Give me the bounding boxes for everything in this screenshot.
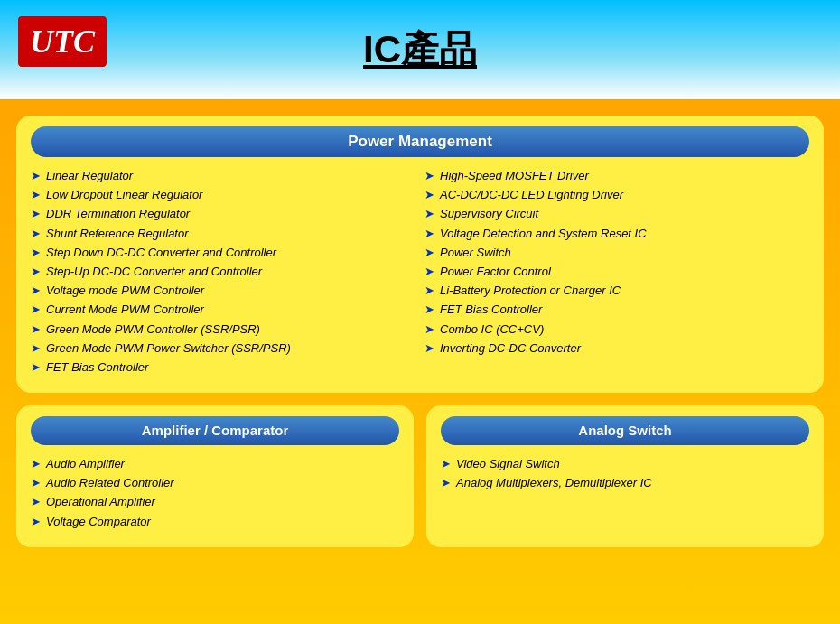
arrow-icon: ➤	[31, 284, 41, 297]
arrow-icon: ➤	[31, 188, 41, 201]
arrow-icon: ➤	[31, 246, 41, 259]
list-item: ➤Audio Amplifier	[31, 456, 399, 472]
arrow-icon: ➤	[31, 227, 41, 240]
item-label: Voltage mode PWM Controller	[46, 283, 204, 299]
list-item: ➤Voltage mode PWM Controller	[31, 283, 415, 299]
power-management-left-col: ➤Linear Regulator➤Low Dropout Linear Reg…	[31, 168, 415, 378]
arrow-icon: ➤	[31, 322, 41, 336]
list-item: ➤Voltage Detection and System Reset IC	[425, 226, 809, 242]
arrow-icon: ➤	[425, 227, 434, 240]
list-item: ➤Analog Multiplexers, Demultiplexer IC	[441, 475, 809, 491]
analog-switch-header: Analog Switch	[441, 416, 809, 445]
item-label: Analog Multiplexers, Demultiplexer IC	[456, 475, 652, 491]
list-item: ➤FET Bias Controller	[31, 359, 415, 376]
item-label: FET Bias Controller	[440, 302, 542, 318]
item-label: Shunt Reference Regulator	[46, 226, 189, 242]
item-label: Linear Regulator	[46, 168, 133, 184]
logo: UTC	[18, 16, 107, 67]
amplifier-comparator-header: Amplifier / Comparator	[31, 416, 399, 445]
item-label: Audio Amplifier	[46, 456, 125, 472]
list-item: ➤Linear Regulator	[31, 168, 415, 184]
main-content: Power Management ➤Linear Regulator➤Low D…	[0, 99, 840, 624]
item-label: Low Dropout Linear Regulator	[46, 187, 202, 203]
arrow-icon: ➤	[31, 476, 41, 489]
power-management-columns: ➤Linear Regulator➤Low Dropout Linear Reg…	[31, 168, 809, 378]
list-item: ➤High-Speed MOSFET Driver	[425, 168, 809, 184]
item-label: DDR Termination Regulator	[46, 206, 190, 222]
list-item: ➤Green Mode PWM Controller (SSR/PSR)	[31, 321, 415, 338]
item-label: Combo IC (CC+CV)	[440, 321, 544, 338]
item-label: Green Mode PWM Power Switcher (SSR/PSR)	[46, 340, 291, 357]
item-label: Step Down DC-DC Converter and Controller	[46, 245, 276, 261]
list-item: ➤DDR Termination Regulator	[31, 206, 415, 222]
arrow-icon: ➤	[31, 495, 41, 508]
item-label: Power Factor Control	[440, 264, 551, 280]
analog-switch-items: ➤Video Signal Switch➤Analog Multiplexers…	[441, 456, 809, 491]
item-label: Audio Related Controller	[46, 475, 174, 491]
item-label: Current Mode PWM Controller	[46, 302, 204, 318]
arrow-icon: ➤	[31, 457, 41, 470]
amplifier-comparator-items: ➤Audio Amplifier➤Audio Related Controlle…	[31, 456, 399, 530]
list-item: ➤Shunt Reference Regulator	[31, 226, 415, 242]
arrow-icon: ➤	[31, 303, 41, 316]
item-label: High-Speed MOSFET Driver	[440, 168, 589, 184]
item-label: Voltage Detection and System Reset IC	[440, 226, 647, 242]
item-label: Step-Up DC-DC Converter and Controller	[46, 264, 262, 280]
header: UTC IC產品	[0, 0, 840, 99]
arrow-icon: ➤	[425, 284, 434, 297]
arrow-icon: ➤	[441, 476, 451, 489]
arrow-icon: ➤	[425, 246, 434, 259]
arrow-icon: ➤	[425, 303, 434, 316]
arrow-icon: ➤	[425, 188, 434, 201]
list-item: ➤Audio Related Controller	[31, 475, 399, 491]
item-label: FET Bias Controller	[46, 359, 148, 376]
item-label: Video Signal Switch	[456, 456, 560, 472]
item-label: Operational Amplifier	[46, 494, 155, 510]
power-management-header: Power Management	[31, 126, 809, 157]
item-label: AC-DC/DC-DC LED Lighting Driver	[440, 187, 623, 203]
arrow-icon: ➤	[31, 341, 41, 355]
arrow-icon: ➤	[31, 169, 41, 182]
list-item: ➤Operational Amplifier	[31, 494, 399, 510]
list-item: ➤Supervisory Circuit	[425, 206, 809, 222]
list-item: ➤FET Bias Controller	[425, 302, 809, 318]
list-item: ➤Power Factor Control	[425, 264, 809, 280]
arrow-icon: ➤	[425, 341, 434, 355]
item-label: Inverting DC-DC Converter	[440, 340, 581, 357]
arrow-icon: ➤	[31, 207, 41, 220]
arrow-icon: ➤	[425, 169, 434, 182]
arrow-icon: ➤	[425, 265, 434, 278]
arrow-icon: ➤	[425, 322, 434, 336]
list-item: ➤Voltage Comparator	[31, 514, 399, 530]
arrow-icon: ➤	[31, 515, 41, 528]
amplifier-comparator-title: Amplifier / Comparator	[142, 423, 289, 438]
amplifier-comparator-section: Amplifier / Comparator ➤Audio Amplifier➤…	[16, 405, 414, 547]
analog-switch-title: Analog Switch	[578, 423, 671, 438]
arrow-icon: ➤	[425, 207, 434, 220]
list-item: ➤Current Mode PWM Controller	[31, 302, 415, 318]
list-item: ➤AC-DC/DC-DC LED Lighting Driver	[425, 187, 809, 203]
item-label: Green Mode PWM Controller (SSR/PSR)	[46, 321, 260, 338]
list-item: ➤Li-Battery Protection or Charger IC	[425, 283, 809, 299]
list-item: ➤Step Down DC-DC Converter and Controlle…	[31, 245, 415, 261]
item-label: Power Switch	[440, 245, 511, 261]
list-item: ➤Video Signal Switch	[441, 456, 809, 472]
arrow-icon: ➤	[441, 457, 451, 470]
item-label: Li-Battery Protection or Charger IC	[440, 283, 621, 299]
power-management-section: Power Management ➤Linear Regulator➤Low D…	[16, 116, 824, 393]
item-label: Voltage Comparator	[46, 514, 151, 530]
list-item: ➤Power Switch	[425, 245, 809, 261]
arrow-icon: ➤	[31, 265, 41, 278]
bottom-sections: Amplifier / Comparator ➤Audio Amplifier➤…	[16, 405, 824, 547]
page-title: IC產品	[363, 24, 477, 75]
analog-switch-section: Analog Switch ➤Video Signal Switch➤Analo…	[426, 405, 824, 547]
list-item: ➤Low Dropout Linear Regulator	[31, 187, 415, 203]
list-item: ➤Green Mode PWM Power Switcher (SSR/PSR)	[31, 340, 415, 357]
list-item: ➤Inverting DC-DC Converter	[425, 340, 809, 357]
item-label: Supervisory Circuit	[440, 206, 538, 222]
list-item: ➤Combo IC (CC+CV)	[425, 321, 809, 338]
arrow-icon: ➤	[31, 360, 41, 374]
power-management-right-col: ➤High-Speed MOSFET Driver➤AC-DC/DC-DC LE…	[425, 168, 809, 378]
list-item: ➤Step-Up DC-DC Converter and Controller	[31, 264, 415, 280]
power-management-title: Power Management	[348, 133, 492, 150]
